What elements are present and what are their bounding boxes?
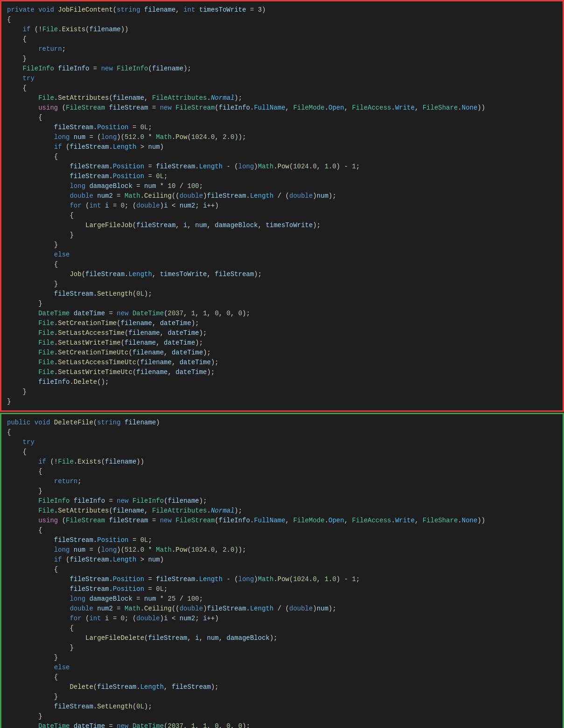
code-line: LargeFileJob(fileStream, i, num, damageB…: [1, 221, 563, 230]
code-line: }: [1, 230, 563, 240]
code-line: {: [1, 211, 563, 221]
code-line: {: [1, 565, 563, 575]
code-line: fileStream.Position = 0L;: [1, 172, 563, 181]
code-line: fileStream.SetLength(0L);: [1, 289, 563, 299]
code-line: {: [1, 113, 563, 123]
code-section-red: private void JobFileContent(string filen…: [0, 0, 564, 412]
code-line: }: [1, 643, 563, 653]
code-line: {: [1, 83, 563, 93]
code-line: File.SetLastAccessTimeUtc(filename, date…: [1, 358, 563, 367]
code-line: }: [1, 299, 563, 309]
code-line: {: [1, 428, 563, 437]
code-line: File.SetLastWriteTimeUtc(filename, dateT…: [1, 367, 563, 377]
code-line: long num = (long)(512.0 * Math.Pow(1024.…: [1, 132, 563, 142]
code-line: }: [1, 279, 563, 289]
code-line: long damageBlock = num * 25 / 100;: [1, 594, 563, 604]
code-line: {: [1, 152, 563, 162]
code-line: {: [1, 447, 563, 457]
code-line: using (FileStream fileStream = new FileS…: [1, 516, 563, 526]
code-line: }: [1, 692, 563, 702]
code-line: DateTime dateTime = new DateTime(2037, 1…: [1, 721, 563, 728]
code-line: {: [1, 35, 563, 44]
code-line: }: [1, 387, 563, 397]
code-line: File.SetAttributes(filename, FileAttribu…: [1, 506, 563, 516]
code-line: if (!File.Exists(filename)): [1, 457, 563, 467]
code-line: public void DeleteFile(string filename): [1, 418, 563, 428]
code-line: fileStream.Position = fileStream.Length …: [1, 162, 563, 172]
code-line: {: [1, 260, 563, 270]
code-line: double num2 = Math.Ceiling((double)fileS…: [1, 191, 563, 201]
code-line: File.SetLastWriteTime(filename, dateTime…: [1, 338, 563, 348]
code-line: File.SetLastAccessTime(filename, dateTim…: [1, 328, 563, 338]
code-line: try: [1, 437, 563, 447]
code-line: {: [1, 673, 563, 682]
code-line: if (fileStream.Length > num): [1, 142, 563, 152]
code-line: DateTime dateTime = new DateTime(2037, 1…: [1, 309, 563, 319]
code-line: {: [1, 15, 563, 25]
code-line: }: [1, 54, 563, 64]
code-line: return;: [1, 44, 563, 54]
code-line: else: [1, 663, 563, 673]
code-line: File.SetCreationTime(filename, dateTime)…: [1, 319, 563, 328]
code-line: File.SetAttributes(filename, FileAttribu…: [1, 93, 563, 103]
code-line: File.SetCreationTimeUtc(filename, dateTi…: [1, 348, 563, 358]
code-line: Job(fileStream.Length, timesToWrite, fil…: [1, 270, 563, 279]
code-line: return;: [1, 477, 563, 486]
code-line: if (fileStream.Length > num): [1, 555, 563, 565]
code-line: }: [1, 486, 563, 496]
code-line: }: [1, 653, 563, 663]
code-line: fileStream.SetLength(0L);: [1, 702, 563, 712]
code-line: fileStream.Position = 0L;: [1, 584, 563, 594]
code-line: fileStream.Position = fileStream.Length …: [1, 575, 563, 584]
code-line: else: [1, 250, 563, 260]
code-line: fileStream.Position = 0L;: [1, 123, 563, 132]
code-line: long num = (long)(512.0 * Math.Pow(1024.…: [1, 545, 563, 555]
code-line: try: [1, 74, 563, 83]
code-line: private void JobFileContent(string filen…: [1, 5, 563, 15]
code-line: Delete(fileStream.Length, fileStream);: [1, 682, 563, 692]
code-line: for (int i = 0; (double)i < num2; i++): [1, 201, 563, 211]
code-section-green: public void DeleteFile(string filename) …: [0, 413, 564, 728]
code-line: {: [1, 467, 563, 477]
code-line: }: [1, 397, 563, 407]
code-line: {: [1, 624, 563, 633]
code-line: FileInfo fileInfo = new FileInfo(filenam…: [1, 496, 563, 506]
code-line: FileInfo fileInfo = new FileInfo(filenam…: [1, 64, 563, 74]
code-line: long damageBlock = num * 10 / 100;: [1, 181, 563, 191]
code-line: for (int i = 0; (double)i < num2; i++): [1, 614, 563, 624]
code-line: if (!File.Exists(filename)): [1, 25, 563, 35]
code-line: double num2 = Math.Ceiling((double)fileS…: [1, 604, 563, 614]
code-line: {: [1, 526, 563, 535]
code-line: LargeFileDelete(fileStream, i, num, dama…: [1, 633, 563, 643]
code-line: using (FileStream fileStream = new FileS…: [1, 103, 563, 113]
code-line: fileInfo.Delete();: [1, 377, 563, 387]
code-line: }: [1, 712, 563, 721]
code-line: }: [1, 240, 563, 250]
code-line: fileStream.Position = 0L;: [1, 535, 563, 545]
